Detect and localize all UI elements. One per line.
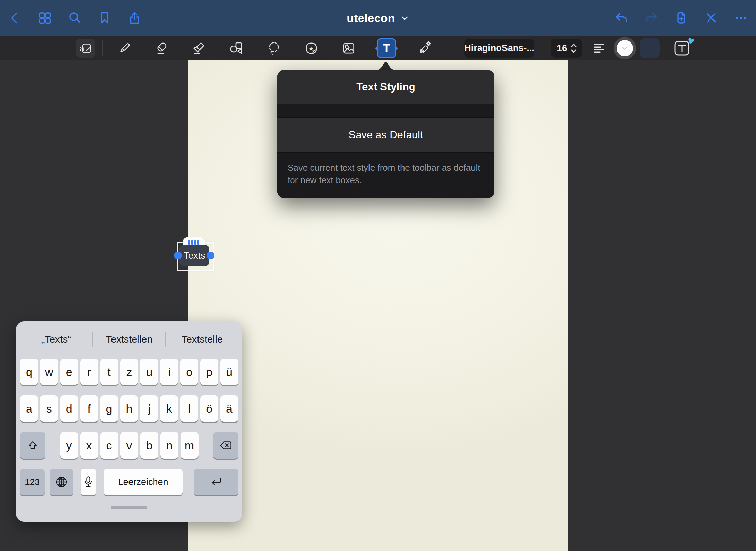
favorite-text-style-button[interactable]: ♥: [673, 39, 691, 57]
key-oe[interactable]: ö: [200, 395, 218, 422]
key-a[interactable]: a: [20, 395, 38, 422]
numbers-key[interactable]: 123: [20, 469, 45, 495]
key-k[interactable]: k: [160, 395, 178, 422]
key-r[interactable]: r: [80, 359, 98, 385]
redo-button[interactable]: [644, 11, 659, 25]
style-slot[interactable]: [640, 38, 660, 58]
lasso-icon: [266, 40, 282, 56]
text-color-button[interactable]: [614, 37, 636, 59]
text-tool-glyph: T: [383, 42, 390, 54]
selection-handle-left[interactable]: [174, 252, 182, 259]
key-l[interactable]: l: [180, 395, 198, 422]
heart-badge-icon: ♥: [686, 34, 696, 47]
suggestion-2[interactable]: Textstelle: [166, 334, 238, 345]
key-u[interactable]: u: [140, 359, 158, 385]
save-as-default-button[interactable]: Save as Default: [277, 118, 494, 152]
microphone-icon: [84, 476, 93, 488]
space-key[interactable]: Leerzeichen: [104, 469, 183, 495]
share-button[interactable]: [127, 11, 142, 25]
back-button[interactable]: [7, 11, 22, 25]
svg-text:★: ★: [309, 45, 314, 52]
shapes-tool-button[interactable]: [227, 39, 246, 58]
top-navigation-bar: utelecon: [0, 0, 756, 36]
key-y[interactable]: y: [60, 432, 78, 459]
text-align-button[interactable]: [591, 41, 606, 56]
key-w[interactable]: w: [40, 359, 58, 385]
return-key[interactable]: [194, 469, 238, 495]
key-e[interactable]: e: [60, 359, 78, 385]
lasso-tool-button[interactable]: [264, 39, 284, 58]
shift-key[interactable]: [20, 432, 45, 459]
bookmark-icon: [97, 11, 112, 25]
key-z[interactable]: z: [120, 359, 138, 385]
text-styling-popover: Text Styling Save as Default Save curren…: [277, 70, 494, 198]
text-tool-handle-dot: [375, 47, 378, 50]
key-p[interactable]: p: [200, 359, 218, 385]
globe-key[interactable]: [50, 469, 73, 495]
keyboard-row-2: a s d f g h j k l ö ä: [20, 395, 238, 422]
laser-pointer-tool-button[interactable]: [415, 39, 434, 58]
elements-tool-button[interactable]: ★: [302, 39, 321, 58]
bookmark-button[interactable]: [97, 11, 112, 25]
pen-tool-button[interactable]: [115, 39, 134, 58]
key-x[interactable]: x: [80, 432, 98, 459]
keyboard-drag-handle[interactable]: [111, 506, 147, 509]
notes-app-window: utelecon: [0, 0, 756, 551]
text-tool-button-selected[interactable]: T: [377, 38, 396, 58]
selection-handle-right[interactable]: [207, 252, 214, 259]
key-g[interactable]: g: [100, 395, 118, 422]
document-title[interactable]: utelecon: [347, 0, 409, 36]
dictation-key[interactable]: [81, 469, 96, 495]
key-q[interactable]: q: [20, 359, 38, 385]
font-name-button[interactable]: HiraginoSans-...: [464, 39, 534, 58]
chevron-down-icon: [622, 46, 628, 50]
highlighter-icon: [191, 40, 207, 56]
highlighter-tool-button[interactable]: [190, 39, 209, 58]
more-button[interactable]: [734, 11, 749, 25]
eraser-tool-button[interactable]: [152, 39, 171, 58]
eraser-icon: [154, 40, 170, 56]
editing-toolbar: a: [0, 36, 756, 60]
key-f[interactable]: f: [80, 395, 98, 422]
key-j[interactable]: j: [140, 395, 158, 422]
key-h[interactable]: h: [120, 395, 138, 422]
text-tool-handle-dot: [395, 47, 398, 50]
search-button[interactable]: [67, 11, 82, 25]
canvas-desk: Texts Text Styling Save as Default Save …: [0, 60, 756, 551]
key-n[interactable]: n: [160, 432, 178, 459]
textbox[interactable]: Texts: [179, 245, 209, 266]
sparkle: [426, 41, 431, 46]
font-size-stepper[interactable]: 16: [551, 39, 582, 58]
text-color-swatch: [617, 40, 633, 56]
textbox-text: Texts: [184, 251, 205, 261]
key-ue[interactable]: ü: [220, 359, 238, 385]
key-v[interactable]: v: [120, 432, 138, 459]
key-i[interactable]: i: [160, 359, 178, 385]
popover-separator-band: [277, 104, 494, 118]
top-bar-right-group: [614, 0, 749, 36]
suggestion-literal[interactable]: „Texts“: [20, 334, 92, 345]
key-b[interactable]: b: [140, 432, 158, 459]
pen-off-button[interactable]: [704, 11, 719, 25]
svg-text:a: a: [79, 43, 84, 53]
keyboard-row-3-letters: y x c v b n m: [60, 432, 199, 459]
align-left-icon: [591, 41, 606, 56]
redo-icon: [644, 11, 659, 25]
search-icon: [67, 11, 82, 25]
key-d[interactable]: d: [60, 395, 78, 422]
key-c[interactable]: c: [100, 432, 118, 459]
popover-title: Text Styling: [277, 70, 494, 104]
undo-button[interactable]: [614, 11, 629, 25]
key-ae[interactable]: ä: [220, 395, 238, 422]
key-m[interactable]: m: [181, 432, 199, 459]
panel-text-tool-button[interactable]: a: [76, 39, 95, 58]
key-t[interactable]: t: [100, 359, 118, 385]
suggestion-1[interactable]: Textstellen: [93, 334, 166, 345]
key-o[interactable]: o: [180, 359, 198, 385]
key-s[interactable]: s: [40, 395, 58, 422]
laser-pointer-icon: [416, 40, 432, 56]
backspace-key[interactable]: [213, 432, 238, 459]
thumbnail-grid-button[interactable]: [37, 11, 52, 25]
add-page-button[interactable]: [674, 11, 689, 25]
image-tool-button[interactable]: [339, 39, 358, 58]
